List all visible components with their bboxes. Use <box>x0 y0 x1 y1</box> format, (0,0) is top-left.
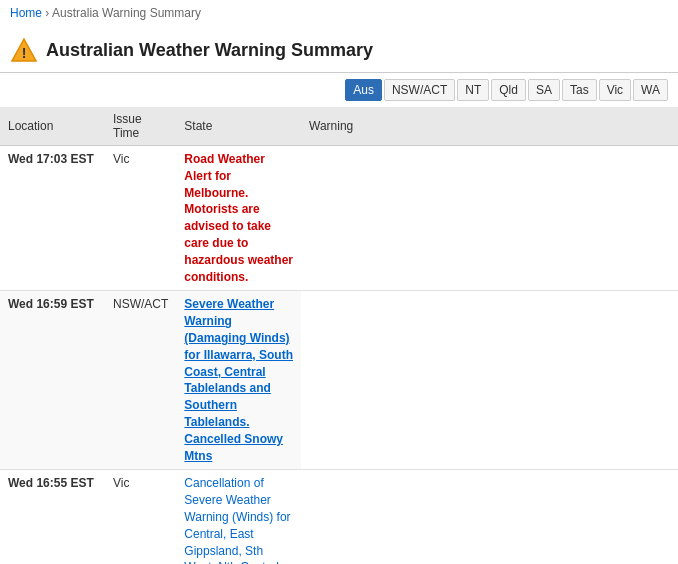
warning-cell: Severe Weather Warning (Damaging Winds) … <box>176 291 301 470</box>
filter-btn-sa[interactable]: SA <box>528 79 560 101</box>
filter-btn-tas[interactable]: Tas <box>562 79 597 101</box>
breadcrumb-current: Australia Warning Summary <box>52 6 201 20</box>
breadcrumb-separator: › <box>45 6 49 20</box>
state-cell: Vic <box>105 470 176 564</box>
warning-link[interactable]: Cancellation of Severe Weather Warning (… <box>184 476 290 564</box>
col-state: State <box>176 107 301 146</box>
warning-triangle-icon: ! <box>10 36 38 64</box>
table-row: Wed 16:59 ESTNSW/ACTSevere Weather Warni… <box>0 291 678 470</box>
table-row: Wed 17:03 ESTVicRoad Weather Alert for M… <box>0 146 678 291</box>
issue-time-cell: Wed 16:55 EST <box>0 470 105 564</box>
filter-btn-nsw-act[interactable]: NSW/ACT <box>384 79 455 101</box>
breadcrumb-home-link[interactable]: Home <box>10 6 42 20</box>
filter-btn-aus[interactable]: Aus <box>345 79 382 101</box>
col-location: Location <box>0 107 105 146</box>
issue-time-cell: Wed 17:03 EST <box>0 146 105 291</box>
warning-cell: Cancellation of Severe Weather Warning (… <box>176 470 301 564</box>
svg-text:!: ! <box>22 45 27 61</box>
warning-link[interactable]: Road Weather Alert for Melbourne. Motori… <box>184 152 293 284</box>
warning-link[interactable]: Severe Weather Warning (Damaging Winds) … <box>184 297 293 462</box>
filter-btn-nt[interactable]: NT <box>457 79 489 101</box>
col-issue-time: Issue Time <box>105 107 176 146</box>
table-header-row: Location Issue Time State Warning <box>0 107 678 146</box>
table-row: Wed 16:55 ESTVicCancellation of Severe W… <box>0 470 678 564</box>
warning-cell: Road Weather Alert for Melbourne. Motori… <box>176 146 301 291</box>
filter-btn-vic[interactable]: Vic <box>599 79 631 101</box>
warnings-table: Location Issue Time State Warning Wed 17… <box>0 107 678 564</box>
state-cell: NSW/ACT <box>105 291 176 470</box>
state-cell: Vic <box>105 146 176 291</box>
page-title: Australian Weather Warning Summary <box>46 40 373 61</box>
filter-btn-wa[interactable]: WA <box>633 79 668 101</box>
page-header: ! Australian Weather Warning Summary <box>0 26 678 73</box>
breadcrumb: Home › Australia Warning Summary <box>0 0 678 26</box>
issue-time-cell: Wed 16:59 EST <box>0 291 105 470</box>
filter-bar: AusNSW/ACTNTQldSATasVicWA <box>0 73 678 107</box>
filter-btn-qld[interactable]: Qld <box>491 79 526 101</box>
col-warning: Warning <box>301 107 678 146</box>
